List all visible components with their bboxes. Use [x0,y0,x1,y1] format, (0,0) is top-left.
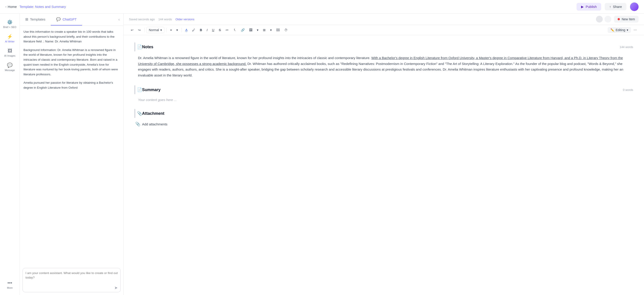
underline-button[interactable]: U [210,27,216,33]
italic-button[interactable]: I [205,27,209,33]
undo-button[interactable]: ↩ [129,27,135,33]
home-button[interactable]: ‹ Home [6,5,17,8]
new-item-button[interactable]: New Item [614,16,638,22]
link-button[interactable]: 🔗 [239,27,246,33]
panel-sidebar: ⊞ Templates 💬 ChatGPT ‹ Use this informa… [20,14,124,295]
summary-section-indicator [134,85,135,94]
more-button[interactable]: ⏱ [282,27,289,33]
image-dropdown-button[interactable]: ▾ [255,27,260,33]
share-icon: ↑ [609,5,611,8]
align-button[interactable]: ≡ [168,27,174,33]
editor-toolbar: ↩ ↪ Normal ▾ ≡ ▾ A̲ 🖊 B I U S ≔ ⒈ 🔗 🖼 ▾ … [124,25,644,35]
summary-placeholder[interactable]: Your content goes here ... [134,98,633,102]
breadcrumb: Template: Notes and Summary [20,5,66,8]
strikethrough-button[interactable]: S [217,27,222,33]
share-button[interactable]: ↑ Share [605,3,626,10]
editing-dropdown[interactable]: ✏️ Editing ▾ [608,27,631,33]
tab-chatgpt-label: ChatGPT [62,17,77,21]
editor-topbar-left: Saved seconds ago 144 words Older versio… [129,18,194,21]
sidebar-item-more[interactable]: ••• More [1,278,19,292]
notes-section-header: 📄 Notes 144 words [134,42,633,52]
summary-section-title: Summary [142,88,160,92]
notes-content[interactable]: Dr. Amelia Whitman is a renowned figure … [134,55,633,78]
table-dropdown-button[interactable]: ▾ [268,27,274,33]
editor-area: Saved seconds ago 144 words Older versio… [124,14,644,295]
notes-section-indicator [134,42,135,52]
add-attachments-icon: 📎 [135,122,140,126]
ai-images-icon: 🖼 [8,48,12,54]
chatgpt-icon: 💬 [56,17,61,22]
collapse-panel-button[interactable]: ‹ [115,14,123,26]
older-versions-link[interactable]: Older versions [176,18,194,21]
avatar[interactable] [630,2,638,11]
bold-button[interactable]: B [198,27,204,33]
notes-section-title: Notes [142,45,153,50]
share-label: Share [613,5,622,8]
brief-seo-icon: ⚙️ [7,20,13,25]
editor-topbar-right: New Item [596,16,638,22]
text-color-button[interactable]: A̲ [184,27,190,33]
chat-input[interactable] [26,271,118,284]
notes-section-left: 📄 Notes [134,42,153,52]
editor-topbar: Saved seconds ago 144 words Older versio… [124,14,644,25]
notes-content-normal: Dr. Amelia Whitman is a renowned figure … [138,56,372,60]
top-nav-right: ▶ Publish ↑ Share [576,2,638,11]
collab-avatars [596,16,611,22]
add-attachments-label: Add attachments [142,122,168,126]
attachment-section: 📎 Attachment 📎 Add attachments [134,109,633,126]
editing-chevron-icon: ▾ [627,28,628,32]
publish-label: Publish [586,5,597,8]
clear-format-button[interactable]: ⌧ [274,27,282,33]
sidebar-item-label: Brief + SEO [3,26,16,28]
publish-button[interactable]: ▶ Publish [576,3,601,10]
redo-button[interactable]: ↪ [136,27,142,33]
editor-content: 📄 Notes 144 words Dr. Amelia Whitman is … [124,35,644,295]
editing-label: Editing [616,28,625,32]
sidebar-item-ai-writer[interactable]: ⚡ AI Writer [1,32,19,45]
attachment-section-left: 📎 Attachment [134,109,164,118]
align-dropdown-button[interactable]: ▾ [174,27,180,33]
tab-templates[interactable]: ⊞ Templates [20,14,51,26]
chat-input-footer: ➤ [26,285,118,290]
notes-word-count: 144 words [620,45,633,49]
icon-sidebar: ⚙️ Brief + SEO ⚡ AI Writer 🖼 AI Images 💬… [0,14,20,295]
send-button[interactable]: ➤ [114,285,118,290]
sidebar-item-ai-images[interactable]: 🖼 AI Images [1,46,19,59]
attachment-section-title: Attachment [142,111,164,116]
sidebar-item-message[interactable]: 💬 Message [1,60,19,74]
sidebar-item-brief-seo[interactable]: ⚙️ Brief + SEO [1,17,19,31]
editing-icon: ✏️ [610,28,614,32]
bullet-list-button[interactable]: ≔ [224,27,230,33]
toolbar-separator-3 [182,28,182,32]
top-nav-left: ‹ Home Template: Notes and Summary [6,5,66,8]
more-options-button[interactable]: ⋯ [632,27,638,33]
new-item-dot [618,18,620,20]
numbered-list-button[interactable]: ⒈ [231,27,238,33]
sidebar-item-label: More [7,286,13,289]
word-count: 144 words [158,18,172,21]
attachment-section-indicator [134,109,135,118]
chat-message-2: Background Information: Dr. Amelia Whitm… [24,48,120,77]
notes-section: 📄 Notes 144 words Dr. Amelia Whitman is … [134,42,633,78]
style-dropdown[interactable]: Normal ▾ [146,27,164,33]
sidebar-item-label: AI Writer [5,40,15,43]
chevron-left-icon: ‹ [6,5,6,8]
panel-content: Use this information to create a speaker… [20,26,123,265]
publish-icon: ▶ [581,5,584,9]
attachment-section-icon: 📎 [137,111,142,116]
image-button[interactable]: 🖼 [247,27,254,33]
toolbar-separator-1 [144,28,144,32]
new-item-label: New Item [622,17,635,21]
collab-avatar-2 [604,16,611,22]
tab-chatgpt[interactable]: 💬 ChatGPT [51,14,82,26]
add-attachments-button[interactable]: 📎 Add attachments [134,122,633,126]
tab-templates-label: Templates [30,17,45,21]
table-button[interactable]: ⊞ [261,27,268,33]
templates-icon: ⊞ [25,17,28,22]
chat-input-area: ➤ [22,268,121,292]
attachment-section-header: 📎 Attachment [134,109,633,118]
ai-writer-icon: ⚡ [7,34,13,39]
highlight-button[interactable]: 🖊 [190,27,197,33]
toolbar-separator-2 [166,28,166,32]
more-icon: ••• [8,280,12,286]
